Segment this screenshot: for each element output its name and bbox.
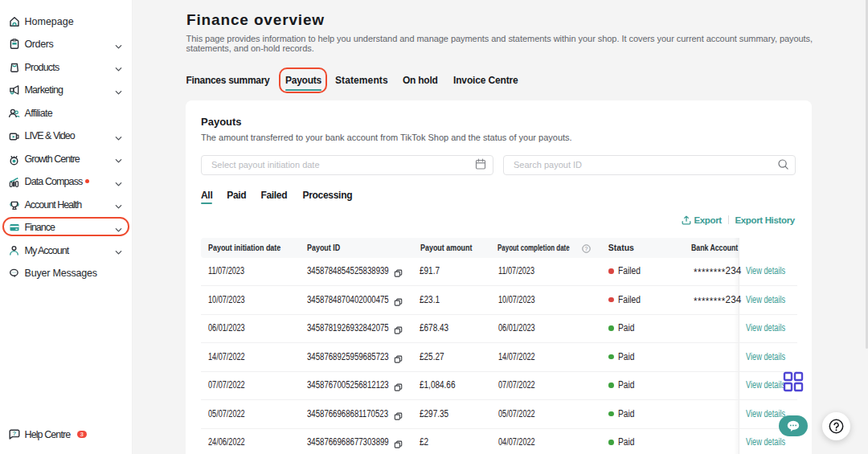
svg-text:?: ?	[13, 430, 17, 437]
svg-text:?: ?	[584, 246, 588, 252]
